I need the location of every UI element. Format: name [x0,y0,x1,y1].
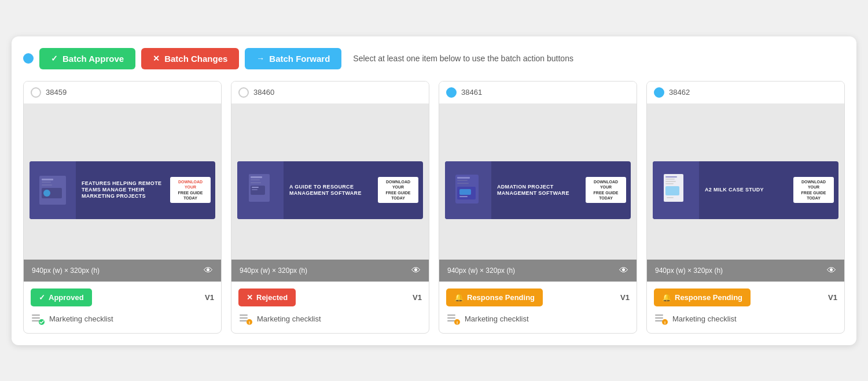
batch-forward-label: Batch Forward [269,54,330,64]
banner-wrapper: A2 MILK CASE STUDY DOWNLOAD YOURFREE GUI… [647,161,844,219]
banner-thumbnail [653,161,699,219]
svg-rect-42 [655,317,663,319]
banner-cta-text: DOWNLOAD YOURFREE GUIDE TODAY [382,179,414,200]
svg-text:!: ! [664,320,666,325]
svg-rect-3 [42,184,52,186]
banner-thumbnail [237,161,284,219]
svg-rect-16 [252,189,258,190]
svg-rect-38 [665,183,674,184]
status-badge-rejected: ✕ Rejected [238,288,296,306]
clock-icon: 🔔 [454,293,464,302]
svg-rect-28 [459,196,468,197]
card-38460: 38460 [231,81,429,334]
status-label: Approved [49,293,84,302]
card-38462: 38462 [646,81,845,334]
dimensions-text: 940px (w) × 320px (h) [447,267,515,275]
status-badge-approved: ✓ Approved [31,288,92,306]
checklist-label: Marketing checklist [672,315,737,323]
banner-image: A2 MILK CASE STUDY DOWNLOAD YOURFREE GUI… [653,161,838,219]
preview-icon[interactable]: 👁 [827,265,836,276]
card-bottom-space [647,219,844,260]
checkmark-icon: ✓ [51,54,58,63]
checklist-row: ! Marketing checklist [238,312,422,326]
svg-rect-30 [447,317,455,319]
card-top-space [647,103,844,161]
checklist-warning-icon: ! [654,312,668,326]
dimensions-bar: 940px (w) × 320px (h) 👁 [439,260,637,282]
card-header: 38462 [647,82,844,103]
checklist-ok-icon [31,312,45,326]
version-label: V1 [620,293,630,302]
card-checkbox[interactable] [31,87,41,98]
svg-rect-19 [240,320,248,321]
banner-text: A2 MILK CASE STUDY [699,182,793,198]
banner-title: A GUIDE TO RESOURCE MANAGEMENT SOFTWARE [289,184,372,197]
card-id: 38461 [461,88,482,97]
batch-approve-button[interactable]: ✓ Batch Approve [39,48,135,69]
banner-thumbnail [445,161,491,219]
batch-approve-label: Batch Approve [62,54,124,64]
svg-rect-2 [42,182,51,183]
banner-cta: DOWNLOAD YOURFREE GUIDE TODAY [170,177,211,202]
preview-icon[interactable]: 👁 [204,265,213,276]
card-header: 38460 [231,82,429,103]
svg-rect-6 [32,315,40,316]
banner-text: A GUIDE TO RESOURCE MANAGEMENT SOFTWARE [284,179,378,201]
svg-rect-15 [252,187,259,188]
banner-image: FEATURES HELPING REMOTE TEAMS MANAGE THE… [30,161,215,219]
check-icon: ✓ [39,293,45,302]
batch-changes-button[interactable]: ✕ Batch Changes [141,48,239,69]
status-label: Rejected [256,293,288,302]
svg-rect-41 [655,315,663,316]
card-status-area: 🔔 Response Pending V1 ! Marketing checkl… [647,282,844,333]
preview-icon[interactable]: 👁 [411,265,421,276]
card-checkbox[interactable] [446,87,457,98]
version-label: V1 [413,293,422,302]
banner-cta: DOWNLOAD YOURFREE GUIDE TODAY [793,177,834,202]
status-row: ✓ Approved V1 [31,288,214,306]
card-checkbox[interactable] [654,87,664,98]
preview-icon[interactable]: 👁 [619,265,628,276]
svg-text:!: ! [249,320,251,325]
card-top-space [231,103,429,161]
checklist-label: Marketing checklist [49,315,113,323]
cards-grid: 38459 FEA [23,81,845,334]
banner-cta-text: DOWNLOAD YOURFREE GUIDE TODAY [798,179,829,200]
banner-title: FEATURES HELPING REMOTE TEAMS MANAGE THE… [82,180,164,199]
svg-rect-31 [447,320,455,321]
batch-forward-button[interactable]: → Batch Forward [245,48,341,69]
banner-cta: DOWNLOAD YOURFREE GUIDE TODAY [586,177,626,202]
card-checkbox[interactable] [238,87,249,98]
svg-rect-39 [665,186,679,195]
status-row: 🔔 Response Pending V1 [654,288,837,306]
banner-cta: DOWNLOAD YOURFREE GUIDE TODAY [378,177,418,202]
card-38461: 38461 [439,81,637,334]
card-status-area: ✓ Approved V1 Marketing checklist [24,282,221,333]
status-row: 🔔 Response Pending V1 [446,288,630,306]
main-container: ✓ Batch Approve ✕ Batch Changes → Batch … [12,36,856,345]
card-header: 38459 [24,82,221,103]
checklist-row: ! Marketing checklist [446,312,630,326]
svg-rect-7 [32,317,40,319]
version-label: V1 [205,293,214,302]
svg-rect-35 [665,176,677,177]
status-badge-pending: 🔔 Response Pending [446,288,543,306]
card-status-area: 🔔 Response Pending V1 ! Marketing checkl… [439,282,637,333]
checklist-label: Marketing checklist [465,315,529,323]
card-id: 38462 [669,88,690,97]
banner-wrapper: ADMATION PROJECT MANAGEMENT SOFTWARE DOW… [439,161,637,219]
dimensions-bar: 940px (w) × 320px (h) 👁 [24,260,221,282]
svg-rect-40 [667,197,674,198]
status-label: Response Pending [675,293,742,302]
card-bottom-space [24,219,221,260]
checklist-row: Marketing checklist [31,312,214,326]
card-id: 38459 [46,88,67,97]
toolbar: ✓ Batch Approve ✕ Batch Changes → Batch … [23,48,845,69]
status-label: Response Pending [467,293,535,302]
card-top-space [439,103,637,161]
svg-rect-37 [665,181,676,182]
svg-rect-36 [665,179,675,180]
svg-rect-29 [447,315,455,316]
clock-icon: 🔔 [662,293,671,302]
banner-title: ADMATION PROJECT MANAGEMENT SOFTWARE [497,184,580,197]
